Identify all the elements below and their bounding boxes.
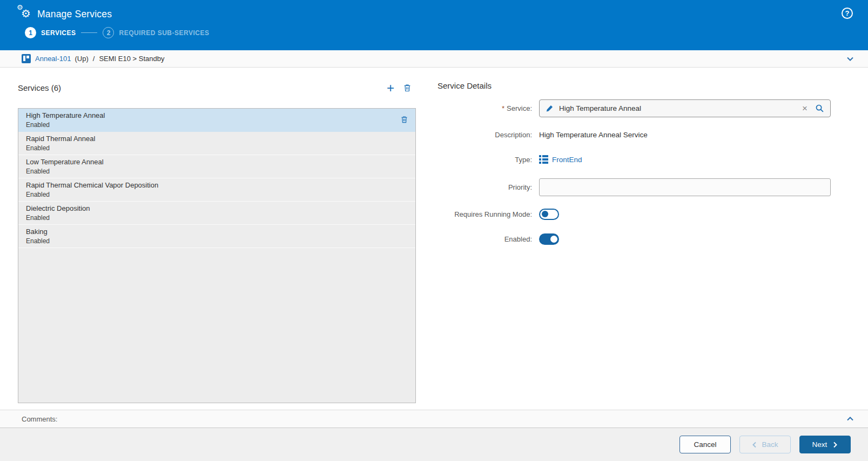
- service-name: Dielectric Deposition: [26, 204, 409, 212]
- service-status: Enabled: [26, 237, 409, 245]
- step-2-circle: 2: [103, 27, 114, 38]
- requires-running-mode-toggle[interactable]: [539, 209, 559, 220]
- entity-type-icon: [539, 155, 548, 164]
- priority-input[interactable]: [539, 178, 831, 196]
- enabled-toggle[interactable]: [539, 233, 559, 245]
- breadcrumb-separator: /: [93, 55, 95, 63]
- step-connector: [81, 32, 97, 33]
- page-title: Manage Services: [37, 9, 112, 20]
- service-list-item[interactable]: High Temperature Anneal Enabled: [18, 109, 415, 132]
- services-panel: Services (6) + High Temperature Anneal E…: [18, 81, 416, 410]
- service-lookup-input[interactable]: High Temperature Anneal ×: [539, 99, 831, 117]
- chevron-down-icon[interactable]: [845, 54, 855, 64]
- service-details-panel: Service Details *Service: High Temperatu…: [416, 81, 850, 410]
- equipment-icon: [22, 54, 31, 63]
- next-button[interactable]: Next: [799, 436, 851, 453]
- breadcrumb: Anneal-101 (Up) / SEMI E10 > Standby: [0, 50, 868, 68]
- service-list-item[interactable]: Baking Enabled: [18, 225, 415, 248]
- service-status: Enabled: [26, 144, 409, 152]
- service-input-value: High Temperature Anneal: [559, 104, 641, 112]
- back-label: Back: [762, 440, 778, 449]
- breadcrumb-state: SEMI E10 > Standby: [99, 55, 164, 63]
- service-name: Rapid Thermal Chemical Vapor Deposition: [26, 181, 409, 189]
- add-service-button[interactable]: +: [387, 83, 394, 93]
- delete-services-button[interactable]: [403, 83, 412, 92]
- small-gear-icon: ⚙: [17, 4, 23, 11]
- service-status: Enabled: [26, 214, 409, 222]
- service-list-item[interactable]: Rapid Thermal Anneal Enabled: [18, 132, 415, 155]
- step-1-label: SERVICES: [41, 29, 76, 37]
- breadcrumb-direction: (Up): [75, 55, 89, 63]
- type-value-link[interactable]: FrontEnd: [552, 156, 582, 164]
- next-label: Next: [812, 440, 827, 449]
- comments-bar: Comments:: [0, 410, 868, 428]
- service-name: High Temperature Anneal: [26, 111, 409, 119]
- edit-pencil-icon: [546, 104, 554, 112]
- manage-services-wizard: ⚙ ⚙ Manage Services ? 1 SERVICES 2 REQUI…: [0, 0, 868, 461]
- service-name: Low Temperature Anneal: [26, 158, 409, 166]
- required-marker: *: [502, 104, 504, 112]
- wizard-steps: 1 SERVICES 2 REQUIRED SUB-SERVICES: [0, 27, 868, 38]
- enabled-label: Enabled:: [438, 235, 532, 243]
- services-list-title: Services (6): [18, 83, 61, 92]
- search-icon[interactable]: [815, 104, 824, 113]
- footer: Cancel Back Next: [0, 428, 868, 461]
- clear-icon[interactable]: ×: [802, 104, 808, 113]
- service-status: Enabled: [26, 191, 409, 198]
- chevron-left-icon: [752, 442, 757, 448]
- help-icon[interactable]: ?: [842, 8, 853, 19]
- delete-row-icon[interactable]: [400, 115, 408, 126]
- service-name: Baking: [26, 228, 409, 236]
- chevron-up-icon[interactable]: [845, 414, 855, 424]
- step-required-sub-services[interactable]: 2 REQUIRED SUB-SERVICES: [103, 27, 209, 38]
- services-list: High Temperature Anneal Enabled Rapid Th…: [18, 108, 416, 403]
- step-services[interactable]: 1 SERVICES: [25, 27, 76, 38]
- header: ⚙ ⚙ Manage Services ? 1 SERVICES 2 REQUI…: [0, 0, 868, 50]
- service-list-item[interactable]: Dielectric Deposition Enabled: [18, 202, 415, 225]
- service-name: Rapid Thermal Anneal: [26, 135, 409, 143]
- comments-label: Comments:: [22, 415, 57, 423]
- cancel-label: Cancel: [694, 440, 716, 449]
- service-label-text: Service:: [507, 104, 532, 112]
- back-button[interactable]: Back: [739, 436, 791, 453]
- main-content: Services (6) + High Temperature Anneal E…: [0, 68, 868, 410]
- service-list-item[interactable]: Low Temperature Anneal Enabled: [18, 155, 415, 178]
- service-field-label: *Service:: [438, 104, 532, 112]
- chevron-right-icon: [833, 442, 838, 448]
- priority-label: Priority:: [438, 183, 532, 191]
- cancel-button[interactable]: Cancel: [679, 436, 731, 453]
- description-label: Description:: [438, 131, 532, 139]
- service-list-item[interactable]: Rapid Thermal Chemical Vapor Deposition …: [18, 178, 415, 202]
- help-glyph: ?: [845, 9, 850, 17]
- requires-running-mode-label: Requires Running Mode:: [438, 210, 532, 218]
- step-1-circle: 1: [25, 27, 36, 38]
- service-details-title: Service Details: [438, 81, 850, 92]
- step-2-label: REQUIRED SUB-SERVICES: [119, 29, 209, 37]
- service-status: Enabled: [26, 168, 409, 175]
- service-status: Enabled: [26, 121, 409, 129]
- type-label: Type:: [438, 156, 532, 164]
- breadcrumb-entity-link[interactable]: Anneal-101: [35, 55, 71, 63]
- description-value: High Temperature Anneal Service: [539, 131, 648, 139]
- manage-services-icon: ⚙ ⚙: [18, 7, 33, 21]
